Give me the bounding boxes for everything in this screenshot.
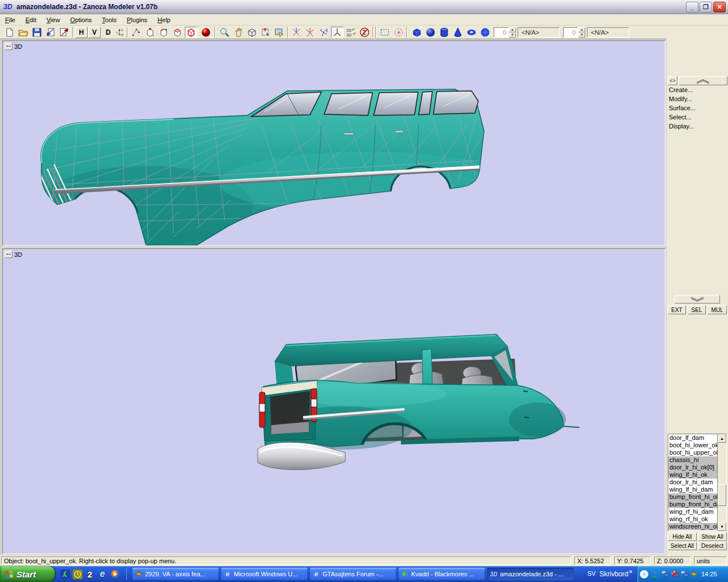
- desktop-toolbar-label[interactable]: Skrivbord: [599, 570, 628, 578]
- winamp-agent-icon[interactable]: [689, 569, 698, 579]
- part-row[interactable]: bump_front_hi_ok: [668, 493, 717, 501]
- messenger-contact-icon[interactable]: [651, 569, 660, 579]
- spinner1-target[interactable]: <N/A>: [518, 27, 560, 38]
- panel-menu-create[interactable]: Create...: [669, 86, 726, 95]
- save-icon[interactable]: [31, 27, 43, 38]
- import-icon[interactable]: [44, 27, 57, 38]
- kazaa-icon[interactable]: [59, 568, 71, 580]
- open-file-icon[interactable]: [17, 27, 30, 38]
- taskbar-task-2[interactable]: eMicrosoft Windows U...: [221, 568, 308, 580]
- menu-edit[interactable]: Edit: [20, 15, 42, 24]
- display-mode-button[interactable]: D: [102, 27, 114, 38]
- part-row[interactable]: chassis_hi: [668, 456, 717, 464]
- parts-list[interactable]: door_lf_damboot_hi_lower_okboot_hi_upper…: [668, 434, 727, 531]
- scroll-down-icon[interactable]: ▼: [718, 522, 726, 531]
- part-row[interactable]: windscreen_hi_ok: [668, 523, 717, 530]
- marquee-select-icon[interactable]: [379, 27, 391, 38]
- primitive-sphere-icon[interactable]: [424, 27, 437, 38]
- primitive-geosphere-icon[interactable]: [479, 27, 491, 38]
- visible-mode-button[interactable]: V: [88, 27, 101, 38]
- taskbar-task-5[interactable]: 3Damazondelade.z3d - ...: [487, 568, 574, 580]
- menu-plugins[interactable]: Plugins: [122, 15, 152, 24]
- panel-menu-surface[interactable]: Surface...: [669, 105, 726, 114]
- spinner1-value[interactable]: 0: [494, 27, 508, 38]
- two-icon[interactable]: 2: [84, 568, 96, 580]
- part-row[interactable]: wing_lf_hi_ok: [668, 471, 717, 479]
- toolbar-overflow-chevron-icon[interactable]: »: [629, 568, 632, 575]
- part-row[interactable]: door_lr_hi_ok[0]: [668, 464, 717, 471]
- primitive-box-icon[interactable]: [411, 27, 423, 38]
- start-button[interactable]: Start: [0, 566, 55, 582]
- network-connection-icon[interactable]: [660, 569, 669, 579]
- part-row[interactable]: bump_front_hi_da: [668, 501, 717, 508]
- panel-menu-select[interactable]: Select...: [669, 114, 726, 123]
- object-properties-icon[interactable]: [273, 27, 286, 38]
- part-row[interactable]: wing_lf_hi_dam: [668, 486, 717, 493]
- part-row[interactable]: boot_hi_lower_ok: [668, 442, 717, 449]
- view-cube-icon[interactable]: [246, 27, 258, 38]
- part-row[interactable]: boot_hi_upper_ok: [668, 449, 717, 456]
- vertex-level-icon[interactable]: [144, 27, 156, 38]
- parts-scrollbar[interactable]: ▲ ▼: [717, 434, 726, 531]
- face-level-icon[interactable]: [171, 27, 184, 38]
- menu-view[interactable]: View: [42, 15, 65, 24]
- circle-select-icon[interactable]: [392, 27, 405, 38]
- scrollbar-thumb[interactable]: [718, 484, 726, 506]
- object-level-icon[interactable]: [185, 27, 197, 38]
- taskbar-task-3[interactable]: eGTAsajtens Forum -...: [310, 568, 396, 580]
- panel-collapse-button[interactable]: [679, 76, 727, 85]
- spinner2-target[interactable]: <N/A>: [587, 27, 629, 38]
- taskbar-clock[interactable]: 14:25: [701, 571, 717, 577]
- restore-button[interactable]: ❐: [700, 2, 712, 13]
- close-button[interactable]: ✕: [713, 2, 726, 13]
- pan-tool-icon[interactable]: [232, 27, 245, 38]
- toggle-2d3d-icon[interactable]: 2D3D: [345, 27, 357, 38]
- taskbar-task-1[interactable]: 2929. VA - axxis fea...: [133, 568, 219, 580]
- new-file-icon[interactable]: [3, 27, 16, 38]
- scroll-up-icon[interactable]: ▲: [718, 434, 726, 443]
- primitive-cylinder-icon[interactable]: [438, 27, 450, 38]
- viewport-maximize-icon[interactable]: ⊷: [5, 251, 13, 258]
- hide-tray-icons-chevron[interactable]: ‹: [640, 570, 648, 579]
- menu-file[interactable]: File: [0, 15, 20, 24]
- show-all-button[interactable]: Show All: [698, 533, 727, 541]
- axes-icon[interactable]: x: [114, 27, 126, 38]
- menu-help[interactable]: Help: [152, 15, 176, 24]
- edge-level-icon[interactable]: [158, 27, 170, 38]
- panel-expand-button[interactable]: [675, 295, 720, 304]
- car-model-shaded-view[interactable]: [3, 249, 665, 554]
- material-sphere-icon[interactable]: [200, 27, 212, 38]
- language-indicator[interactable]: SV: [586, 569, 597, 579]
- axis-mode-parent-icon[interactable]: [331, 27, 344, 38]
- part-row[interactable]: door_lf_dam: [668, 434, 717, 442]
- primitive-cone-icon[interactable]: [452, 27, 464, 38]
- menu-tools[interactable]: Tools: [97, 15, 122, 24]
- zoom-tool-icon[interactable]: [218, 27, 231, 38]
- panel-menu-display[interactable]: Display...: [669, 123, 726, 132]
- no-z-axis-icon[interactable]: Z: [358, 27, 371, 38]
- spinner2-value[interactable]: 0: [563, 27, 578, 38]
- panel-toggle-button[interactable]: <>: [668, 76, 677, 85]
- timer-icon[interactable]: [72, 568, 83, 580]
- network-connection2-icon[interactable]: [680, 569, 689, 579]
- hidden-mode-button[interactable]: H: [75, 27, 88, 38]
- primitive-torus-icon[interactable]: [465, 27, 478, 38]
- taskbar-task-4[interactable]: Kvadd - Blackmores ...: [399, 568, 485, 580]
- viewport-3d-bottom[interactable]: ⊷ 3D: [2, 248, 665, 554]
- export-icon[interactable]: [58, 27, 71, 38]
- title-bar[interactable]: 3D amazondelade.z3d - Zanoza Modeler v1.…: [0, 0, 728, 14]
- deselect-button[interactable]: Deselect: [698, 542, 727, 550]
- media-player-icon[interactable]: [109, 568, 121, 580]
- viewport-maximize-icon[interactable]: ⊷: [5, 43, 13, 50]
- part-row[interactable]: door_lr_hi_dam: [668, 479, 717, 486]
- spinner2-arrows[interactable]: ▲▼: [578, 27, 585, 38]
- mul-button[interactable]: MUL: [708, 305, 727, 314]
- select-all-button[interactable]: Select All: [668, 542, 697, 550]
- edit-vertices-icon[interactable]: [130, 27, 143, 38]
- spinner1-arrows[interactable]: ▲▼: [509, 27, 516, 38]
- car-model-wireframe-view[interactable]: [3, 41, 665, 246]
- menu-options[interactable]: Options: [65, 15, 97, 24]
- axis-mode-screen-icon[interactable]: [304, 27, 316, 38]
- move-object-icon[interactable]: [259, 27, 272, 38]
- ext-button[interactable]: EXT: [668, 305, 686, 314]
